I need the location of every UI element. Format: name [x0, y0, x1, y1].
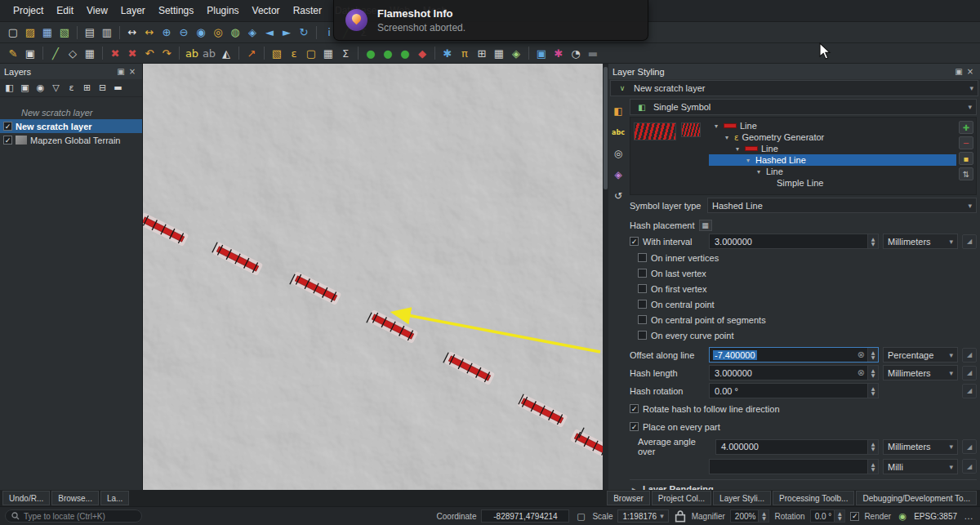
zoom-to-layer-icon[interactable]: ◈: [244, 24, 261, 41]
flameshot-notification[interactable]: Flameshot Info Screenshot aborted.: [333, 0, 648, 41]
bookmarks-icon[interactable]: ✱: [550, 45, 567, 61]
pan-map-icon[interactable]: ↔: [124, 24, 140, 41]
expand-all-icon[interactable]: ⊞: [80, 81, 94, 95]
processing-toolbox-icon[interactable]: ✱: [439, 45, 456, 61]
history-icon[interactable]: ↺: [611, 189, 626, 203]
checkbox-icon[interactable]: [638, 253, 647, 262]
layer-visibility-checkbox[interactable]: [3, 122, 12, 131]
menu-plugins[interactable]: Plugins: [200, 1, 245, 20]
spin-buttons[interactable]: ▲▼: [867, 366, 878, 380]
clipped-unit-combo[interactable]: Milli ▾: [883, 459, 958, 474]
lock-icon[interactable]: [674, 509, 687, 523]
remove-layer-icon[interactable]: ▬: [111, 81, 125, 95]
layer-visibility-checkbox[interactable]: [3, 136, 12, 145]
open-layer-styling-icon[interactable]: ◧: [2, 81, 16, 95]
spin-buttons[interactable]: ▲▼: [867, 234, 878, 248]
crs-icon[interactable]: ◉: [896, 509, 909, 523]
toggle-editing-icon[interactable]: ✎: [5, 45, 21, 61]
messages-icon[interactable]: ▬: [585, 45, 601, 61]
data-defined-override-icon[interactable]: ◢: [962, 384, 977, 398]
symbol-preview[interactable]: [681, 122, 701, 137]
spin-buttons[interactable]: ▲▼: [867, 440, 878, 454]
dock-tab-processingtoolb[interactable]: Processing Toolb...: [773, 491, 854, 505]
remove-symbol-layer-button[interactable]: −: [959, 136, 973, 149]
close-panel-icon[interactable]: ×: [964, 66, 976, 78]
cut-features-icon[interactable]: ✖: [107, 45, 123, 61]
data-defined-override-icon[interactable]: ◢: [962, 439, 977, 454]
dock-tab-browse[interactable]: Browse...: [51, 491, 99, 505]
add-symbol-layer-button[interactable]: ✚: [959, 121, 973, 134]
menu-project[interactable]: Project: [7, 1, 50, 20]
3d-view-icon[interactable]: ◈: [611, 167, 626, 182]
spin-buttons[interactable]: ▲▼: [867, 460, 878, 474]
filter-legend-icon[interactable]: ▽: [49, 81, 63, 95]
data-defined-override-icon[interactable]: ◢: [962, 348, 977, 363]
vertex-tool-icon[interactable]: ◇: [65, 45, 81, 61]
dock-tab-la[interactable]: La...: [100, 491, 129, 505]
deselect-features-icon[interactable]: ▢: [303, 45, 319, 61]
placement-option[interactable]: On every curve point: [638, 328, 977, 342]
vertex-marker-a-icon[interactable]: ●: [363, 45, 379, 61]
layer-labeling-icon[interactable]: ab: [184, 45, 200, 61]
checkbox-icon[interactable]: [638, 284, 647, 293]
project-open-icon[interactable]: ▨: [22, 24, 38, 41]
layout-manager-icon[interactable]: ▥: [99, 24, 115, 41]
zoom-full-icon[interactable]: ◎: [210, 24, 226, 41]
annotation-icon[interactable]: ◭: [218, 45, 234, 61]
symbol-tree-item-geometry-generator[interactable]: ▾εGeometry Generator: [709, 131, 956, 143]
expander-icon[interactable]: ▾: [723, 134, 731, 141]
spin-buttons[interactable]: ▲▼: [758, 510, 768, 522]
rotation-spin[interactable]: 0.0 ° ▲▼: [810, 509, 846, 523]
open-attribute-table-icon[interactable]: ▦: [320, 45, 336, 61]
manage-map-themes-icon[interactable]: ◉: [33, 81, 47, 95]
menu-edit[interactable]: Edit: [50, 1, 80, 20]
layer-item[interactable]: New scratch layer: [0, 105, 142, 119]
locate-input[interactable]: Type to locate (Ctrl+K): [5, 509, 142, 523]
data-source-manager-icon[interactable]: ⊞: [474, 45, 490, 61]
duplicate-symbol-layer-button[interactable]: ⇅: [959, 167, 973, 180]
data-defined-override-icon[interactable]: ◢: [962, 234, 977, 249]
collapse-all-icon[interactable]: ⊟: [96, 81, 109, 95]
crs-value[interactable]: EPSG:3857: [914, 512, 957, 521]
placement-option[interactable]: On last vertex: [638, 266, 977, 280]
symbol-tree-item-simple-line[interactable]: Simple Line: [709, 177, 956, 189]
symbol-tree-item-line[interactable]: ▾Line: [709, 166, 956, 177]
placement-option[interactable]: On first vertex: [638, 282, 977, 296]
extents-icon[interactable]: ▢: [574, 509, 587, 523]
menu-settings[interactable]: Settings: [152, 1, 200, 20]
expander-icon[interactable]: ▾: [712, 122, 720, 130]
georeferencer-icon[interactable]: ◈: [508, 45, 524, 61]
symbol-preview[interactable]: [634, 122, 676, 140]
temporal-controller-icon[interactable]: ◔: [568, 45, 584, 61]
symbol-mode-selector[interactable]: ◧ Single Symbol ▾: [630, 99, 977, 115]
menu-layer[interactable]: Layer: [114, 1, 152, 20]
data-defined-override-icon[interactable]: ◢: [962, 459, 977, 474]
layer-item[interactable]: Mapzen Global Terrain: [0, 133, 142, 147]
clipped-input[interactable]: ▲▼: [709, 459, 879, 474]
messages-icon[interactable]: …: [962, 509, 975, 523]
diagram-options-icon[interactable]: ↗: [243, 45, 260, 61]
undo-icon[interactable]: ↶: [141, 45, 158, 61]
expander-icon[interactable]: ▾: [733, 145, 742, 153]
data-defined-override-icon[interactable]: ◢: [962, 366, 977, 380]
spin-buttons[interactable]: ▲▼: [867, 384, 878, 398]
hash-length-unit-combo[interactable]: Millimeters ▾: [883, 365, 958, 380]
magnifier-spin[interactable]: 200% ▲▼: [730, 509, 770, 523]
average-angle-unit-combo[interactable]: Millimeters ▾: [883, 439, 958, 455]
checkbox-icon[interactable]: [638, 300, 647, 309]
map-refresh-icon[interactable]: ↻: [296, 24, 312, 41]
dock-tab-projectcol[interactable]: Project Col...: [652, 491, 711, 505]
zoom-out-icon[interactable]: ⊖: [176, 24, 192, 41]
render-checkbox[interactable]: [850, 512, 859, 521]
with-interval-checkbox[interactable]: [630, 237, 639, 246]
layer-item[interactable]: New scratch layer: [0, 119, 142, 133]
scale-combo[interactable]: 1:198176▾: [617, 509, 668, 523]
offset-along-line-input[interactable]: -7.400000 ⊗ ▲▼: [709, 347, 879, 363]
average-angle-input[interactable]: 4.000000 ▲▼: [715, 439, 879, 455]
expander-icon[interactable]: ▾: [755, 168, 763, 176]
field-calculator-icon[interactable]: Σ: [337, 45, 354, 61]
project-save-icon[interactable]: ▦: [39, 24, 56, 41]
styling-scrollbar[interactable]: [603, 64, 608, 490]
hash-length-input[interactable]: 3.000000 ⊗ ▲▼: [709, 365, 879, 380]
python-console-icon[interactable]: π: [457, 45, 473, 61]
